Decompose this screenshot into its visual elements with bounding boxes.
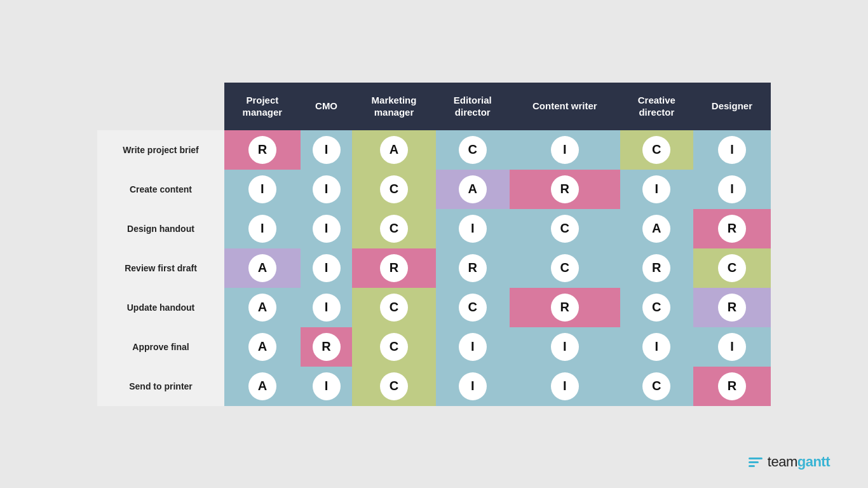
logo-line-3 xyxy=(749,465,755,467)
raci-cell: I xyxy=(510,130,620,170)
raci-cell: R xyxy=(436,248,510,288)
header-editorial-director: Editorialdirector xyxy=(436,83,510,130)
table-row: Create contentIICARII xyxy=(97,170,771,209)
cell-bg: C xyxy=(693,248,771,288)
raci-cell: R xyxy=(510,170,620,209)
raci-cell: I xyxy=(301,288,353,327)
raci-circle: I xyxy=(718,136,746,164)
cell-bg: R xyxy=(352,248,435,288)
raci-circle: C xyxy=(380,333,408,361)
raci-circle: C xyxy=(380,175,408,203)
raci-cell: R xyxy=(620,248,693,288)
raci-circle: C xyxy=(459,136,487,164)
raci-cell: A xyxy=(224,248,301,288)
raci-cell: I xyxy=(301,130,353,170)
raci-cell: I xyxy=(436,367,510,406)
raci-circle: C xyxy=(459,294,487,322)
header-project-manager: Projectmanager xyxy=(224,83,301,130)
raci-circle: I xyxy=(313,372,341,400)
raci-circle: A xyxy=(248,372,276,400)
cell-bg: I xyxy=(301,288,353,327)
raci-circle: A xyxy=(248,333,276,361)
raci-circle: I xyxy=(718,175,746,203)
raci-cell: A xyxy=(620,209,693,248)
logo-text: teamgantt xyxy=(768,454,830,470)
cell-bg: R xyxy=(693,367,771,406)
cell-bg: I xyxy=(436,367,510,406)
raci-table: Projectmanager CMO Marketingmanager Edit… xyxy=(97,83,771,406)
raci-cell: I xyxy=(693,130,771,170)
raci-cell: I xyxy=(693,170,771,209)
raci-circle: C xyxy=(380,372,408,400)
raci-cell: I xyxy=(693,327,771,367)
raci-circle: R xyxy=(248,136,276,164)
raci-cell: C xyxy=(620,288,693,327)
cell-bg: I xyxy=(510,130,620,170)
cell-bg: C xyxy=(352,288,435,327)
task-label: Create content xyxy=(97,170,224,209)
raci-cell: R xyxy=(510,288,620,327)
raci-cell: I xyxy=(224,209,301,248)
raci-cell: A xyxy=(224,327,301,367)
raci-cell: R xyxy=(224,130,301,170)
raci-circle: C xyxy=(551,254,579,282)
raci-circle: I xyxy=(642,333,670,361)
cell-bg: C xyxy=(620,367,693,406)
cell-bg: I xyxy=(301,170,353,209)
logo: teamgantt xyxy=(749,454,830,470)
raci-cell: I xyxy=(436,327,510,367)
logo-team: team xyxy=(768,454,797,470)
header-marketing-manager: Marketingmanager xyxy=(352,83,435,130)
raci-cell: I xyxy=(436,209,510,248)
raci-circle: A xyxy=(380,136,408,164)
cell-bg: R xyxy=(620,248,693,288)
raci-cell: A xyxy=(436,170,510,209)
raci-circle: R xyxy=(642,254,670,282)
raci-cell: R xyxy=(693,367,771,406)
raci-circle: I xyxy=(459,372,487,400)
cell-bg: I xyxy=(693,170,771,209)
raci-circle: C xyxy=(642,294,670,322)
raci-cell: C xyxy=(510,248,620,288)
cell-bg: C xyxy=(620,288,693,327)
cell-bg: A xyxy=(620,209,693,248)
raci-cell: A xyxy=(224,288,301,327)
cell-bg: I xyxy=(224,170,301,209)
cell-bg: R xyxy=(510,170,620,209)
raci-cell: C xyxy=(436,130,510,170)
raci-cell: C xyxy=(352,170,435,209)
logo-line-1 xyxy=(749,458,763,459)
cell-bg: I xyxy=(301,367,353,406)
raci-circle: R xyxy=(718,215,746,243)
raci-circle: I xyxy=(551,136,579,164)
raci-circle: R xyxy=(551,294,579,322)
raci-cell: R xyxy=(693,209,771,248)
raci-cell: C xyxy=(620,367,693,406)
raci-cell: I xyxy=(510,327,620,367)
raci-cell: I xyxy=(510,367,620,406)
cell-bg: C xyxy=(620,130,693,170)
raci-cell: C xyxy=(693,248,771,288)
cell-bg: A xyxy=(224,288,301,327)
raci-circle: I xyxy=(313,136,341,164)
raci-circle: C xyxy=(642,136,670,164)
raci-cell: R xyxy=(301,327,353,367)
cell-bg: R xyxy=(224,130,301,170)
cell-bg: A xyxy=(224,248,301,288)
raci-circle: I xyxy=(718,333,746,361)
header-content-writer: Content writer xyxy=(510,83,620,130)
cell-bg: R xyxy=(436,248,510,288)
raci-circle: I xyxy=(459,215,487,243)
raci-cell: I xyxy=(301,170,353,209)
raci-circle: I xyxy=(248,215,276,243)
cell-bg: I xyxy=(301,130,353,170)
table-row: Review first draftAIRRCRC xyxy=(97,248,771,288)
cell-bg: R xyxy=(510,288,620,327)
task-label: Write project brief xyxy=(97,130,224,170)
cell-bg: C xyxy=(436,130,510,170)
task-label: Update handout xyxy=(97,288,224,327)
raci-circle: I xyxy=(459,333,487,361)
table-row: Send to printerAICIICR xyxy=(97,367,771,406)
cell-bg: I xyxy=(510,327,620,367)
table-row: Update handoutAICCRCR xyxy=(97,288,771,327)
